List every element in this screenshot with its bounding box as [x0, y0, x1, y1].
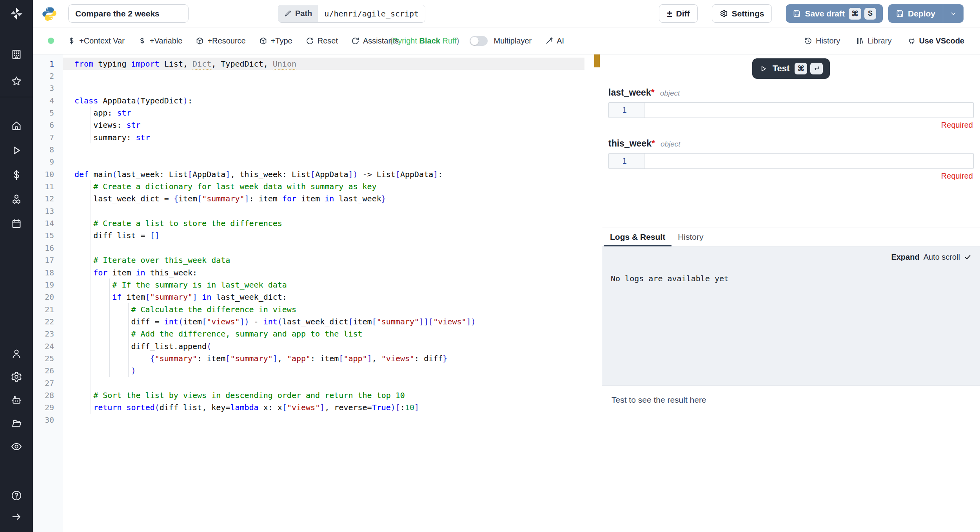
gear-icon[interactable]	[11, 371, 22, 383]
code-line: 13	[33, 205, 584, 217]
input-line[interactable]	[645, 103, 973, 118]
left-rail	[0, 0, 33, 532]
toggle-knob	[470, 37, 479, 45]
package-icon	[196, 37, 204, 45]
chevron-down-icon	[949, 10, 957, 18]
code-line: 3	[33, 82, 584, 94]
play-icon[interactable]	[11, 145, 22, 156]
code-line: 18 for item in this_week:	[33, 266, 584, 279]
path-value: u/henri/agile_script	[318, 5, 425, 22]
user-icon[interactable]	[11, 348, 22, 360]
expand-button[interactable]: Expand	[891, 253, 919, 262]
reset-button[interactable]: Reset	[306, 36, 338, 45]
path-widget[interactable]: Path u/henri/agile_script	[278, 5, 425, 23]
code-line: 30	[33, 414, 584, 426]
tab-history[interactable]: History	[671, 228, 710, 246]
code-editor[interactable]: 1from typing import List, Dict, TypedDic…	[33, 54, 602, 532]
dollar-icon	[67, 37, 76, 45]
input-line-number: 1	[609, 154, 645, 168]
tab-logs-result[interactable]: Logs & Result	[604, 228, 671, 246]
line-number: 13	[33, 206, 63, 216]
line-number: 11	[33, 182, 63, 191]
save-shortcut: ⌘S	[849, 8, 876, 20]
history-button[interactable]: History	[804, 36, 840, 45]
arg-json-input[interactable]: 1	[608, 102, 974, 118]
home-icon[interactable]	[11, 120, 22, 132]
multiplayer-toggle[interactable]	[470, 36, 488, 46]
key-badge: S	[864, 8, 876, 20]
github-icon	[907, 37, 915, 45]
line-number: 25	[33, 354, 63, 363]
code-line: 21 # Calculate the difference in views	[33, 303, 584, 315]
code-line: 12 last_week_dict = {item["summary"]: it…	[33, 193, 584, 205]
building-icon[interactable]	[11, 49, 22, 60]
save-draft-button[interactable]: Save draft ⌘S	[786, 4, 883, 23]
code-line: 5 app: str	[33, 107, 584, 119]
path-edit-button[interactable]: Path	[278, 5, 318, 22]
history-icon	[804, 37, 812, 45]
folder-icon[interactable]	[11, 417, 22, 429]
arrow-right-icon[interactable]	[11, 511, 22, 523]
code-line: 19 # If the summary is in last_week data	[33, 279, 584, 291]
top-bar: Path u/henri/agile_script ± Diff Setting…	[33, 0, 980, 27]
use-vscode-button[interactable]: Use VScode	[907, 36, 964, 45]
code-line: 29 return sorted(diff_list, key=lambda x…	[33, 402, 584, 414]
pinwheel-icon[interactable]	[9, 6, 24, 22]
assistants-status: (Pyright Black Ruff)	[390, 36, 459, 45]
line-number: 28	[33, 391, 63, 400]
ai-button[interactable]: AI	[545, 36, 564, 45]
wand-icon	[545, 37, 553, 45]
-variable-button[interactable]: +Variable	[138, 36, 183, 45]
-context-var-button[interactable]: +Context Var	[67, 36, 125, 45]
calendar-icon[interactable]	[11, 218, 22, 230]
code-line: 15 diff_list = []	[33, 230, 584, 242]
editor-overview-ruler[interactable]	[584, 54, 602, 532]
auto-scroll-toggle[interactable]: Auto scroll	[924, 253, 960, 262]
main-column: Path u/henri/agile_script ± Diff Setting…	[33, 0, 980, 532]
test-button[interactable]: Test ⌘	[752, 58, 830, 79]
no-logs-message: No logs are available yet	[611, 274, 729, 283]
code-line: 26 )	[33, 365, 584, 377]
line-number: 3	[33, 83, 63, 93]
result-placeholder: Test to see the result here	[612, 395, 971, 405]
line-number: 19	[33, 280, 63, 290]
cubes-icon[interactable]	[11, 194, 22, 205]
script-title-input[interactable]	[68, 4, 189, 23]
checkmark-icon	[964, 253, 971, 261]
star-icon[interactable]	[11, 75, 22, 87]
plus-minus-icon: ±	[667, 9, 672, 18]
diff-button[interactable]: ± Diff	[659, 4, 697, 23]
line-number: 16	[33, 243, 63, 253]
line-number: 29	[33, 403, 63, 412]
warning-marker	[594, 54, 600, 67]
code-line: 24 diff_list.append(	[33, 340, 584, 352]
settings-button[interactable]: Settings	[712, 4, 772, 23]
deploy-button[interactable]: Deploy	[888, 4, 964, 23]
code-line: 16	[33, 242, 584, 254]
argument-last_week: last_week*object1Required	[608, 87, 974, 130]
required-badge: Required	[608, 121, 974, 130]
toolbar-left-group: +Context Var+Variable+Resource+TypeReset…	[67, 36, 399, 45]
gear-icon	[720, 9, 728, 18]
input-line[interactable]	[645, 154, 973, 168]
library-button[interactable]: Library	[856, 36, 891, 45]
code-line: 23 # Add the difference, summary and app…	[33, 328, 584, 340]
logs-panel: Expand Auto scroll No logs are available…	[602, 246, 980, 385]
code-line: 20 if item["summary"] in last_week_dict:	[33, 291, 584, 303]
arg-type: object	[661, 140, 681, 148]
deploy-dropdown-button[interactable]	[943, 10, 964, 18]
eye-icon[interactable]	[11, 441, 22, 452]
bot-icon[interactable]	[11, 394, 22, 406]
arg-json-input[interactable]: 1	[608, 153, 974, 169]
line-number: 12	[33, 194, 63, 203]
-resource-button[interactable]: +Resource	[196, 36, 245, 45]
code-line: 28 # Sort the list by views in descendin…	[33, 389, 584, 401]
code-line: 7 summary: str	[33, 131, 584, 143]
dollar-icon[interactable]	[11, 169, 22, 181]
code-line: 14 # Create a list to store the differen…	[33, 217, 584, 229]
line-number: 30	[33, 415, 63, 425]
help-icon[interactable]	[11, 490, 22, 501]
-type-button[interactable]: +Type	[259, 36, 292, 45]
line-number: 24	[33, 342, 63, 351]
arguments-list: last_week*object1Requiredthis_week*objec…	[608, 87, 974, 181]
